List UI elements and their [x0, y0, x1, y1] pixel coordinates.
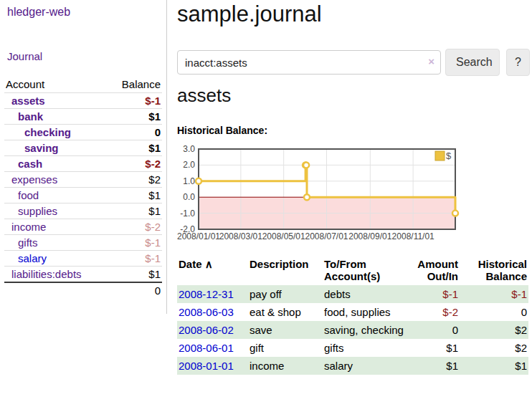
register-row[interactable]: 2008-12-31pay offdebts$-1$-1 [177, 285, 528, 303]
transaction-accounts: food, supplies [323, 303, 413, 321]
account-row: checking0 [4, 125, 162, 140]
transaction-accounts: salary [323, 357, 413, 375]
transaction-amount: $1 [413, 357, 460, 375]
accounts-total-spacer [4, 282, 108, 298]
sidebar-divider [166, 0, 167, 314]
svg-text:2008/09/01: 2008/09/01 [348, 231, 391, 241]
search-button[interactable]: Search [445, 49, 500, 76]
transaction-accounts: gifts [323, 339, 413, 357]
transaction-accounts: debts [323, 285, 413, 303]
account-row: gifts$-1 [4, 235, 162, 251]
account-heading: assets [177, 85, 231, 107]
transaction-accounts: saving, checking [323, 321, 413, 339]
account-link[interactable]: gifts [6, 236, 38, 249]
account-link[interactable]: food [6, 189, 39, 201]
account-link[interactable]: supplies [6, 205, 57, 217]
account-link[interactable]: salary [6, 252, 47, 264]
account-row: supplies$1 [4, 203, 162, 219]
account-link[interactable]: assets [6, 95, 45, 107]
svg-text:2008/03/01: 2008/03/01 [219, 231, 262, 241]
register-col-balance: Historical Balance [460, 257, 528, 285]
svg-text:$: $ [446, 150, 452, 161]
transaction-amount: 0 [413, 321, 460, 339]
transaction-date-link[interactable]: 2008-06-01 [179, 342, 234, 354]
sidebar-item-journal[interactable]: Journal [7, 50, 42, 62]
account-row: salary$-1 [4, 251, 162, 267]
transaction-balance: 0 [460, 303, 528, 321]
transaction-amount: $-1 [413, 285, 460, 303]
transaction-description: gift [248, 339, 323, 357]
register-row[interactable]: 2008-06-02savesaving, checking0$2 [177, 321, 528, 339]
account-link[interactable]: cash [6, 158, 42, 170]
account-balance: $1 [108, 140, 162, 156]
svg-text:2008/07/01: 2008/07/01 [305, 231, 348, 241]
register-header-row: Date ∧ Description To/From Account(s) Am… [177, 257, 528, 285]
transaction-description: save [248, 321, 323, 339]
account-link[interactable]: income [6, 221, 46, 233]
account-balance: $2 [108, 172, 162, 188]
account-balance: $-1 [108, 235, 162, 251]
register-table: Date ∧ Description To/From Account(s) Am… [177, 257, 528, 375]
register-col-description: Description [248, 257, 323, 285]
account-balance: $-2 [108, 156, 162, 172]
transaction-balance: $1 [460, 357, 528, 375]
transaction-amount: $-2 [413, 303, 460, 321]
search-form: × Search ? [177, 49, 532, 76]
sort-ascending-icon: ∧ [205, 258, 213, 270]
search-box: × [177, 50, 441, 75]
svg-text:2008/05/01: 2008/05/01 [262, 231, 305, 241]
account-balance: $1 [108, 109, 162, 125]
svg-text:2.0: 2.0 [183, 160, 195, 170]
svg-text:1.0: 1.0 [183, 176, 195, 186]
account-row: food$1 [4, 188, 162, 203]
transaction-date-link[interactable]: 2008-06-02 [179, 324, 234, 336]
account-balance: $1 [108, 267, 162, 283]
register-table-body: 2008-12-31pay offdebts$-1$-12008-06-03ea… [177, 285, 528, 375]
svg-text:3.0: 3.0 [183, 144, 195, 154]
account-row: assets$-1 [4, 93, 162, 109]
search-input[interactable] [177, 50, 441, 75]
transaction-balance: $-1 [460, 285, 528, 303]
chart-canvas: $3.02.01.00.0-1.0-2.02008/01/012008/03/0… [177, 143, 507, 244]
accounts-col-account: Account [4, 76, 108, 93]
svg-text:2008/11/01: 2008/11/01 [392, 231, 434, 241]
account-link[interactable]: saving [6, 142, 59, 154]
account-link[interactable]: checking [6, 126, 71, 138]
transaction-date-link[interactable]: 2008-01-01 [179, 360, 234, 372]
register-col-date[interactable]: Date ∧ [177, 257, 248, 285]
transaction-description: income [248, 357, 323, 375]
register-row[interactable]: 2008-06-01giftgifts$1$2 [177, 339, 528, 357]
transaction-description: pay off [248, 285, 323, 303]
transaction-amount: $1 [413, 339, 460, 357]
register-col-amount: Amount Out/In [413, 257, 460, 285]
register-col-accounts: To/From Account(s) [323, 257, 413, 285]
register-row[interactable]: 2008-01-01incomesalary$1$1 [177, 357, 528, 375]
account-balance: 0 [108, 125, 162, 140]
account-balance: $1 [108, 203, 162, 219]
register-col-date-label: Date [179, 258, 202, 270]
register-row[interactable]: 2008-06-03eat & shopfood, supplies$-20 [177, 303, 528, 321]
svg-text:0.0: 0.0 [183, 192, 195, 202]
chart-legend: $ [435, 150, 452, 161]
account-row: income$-2 [4, 219, 162, 235]
transaction-date-link[interactable]: 2008-06-03 [179, 306, 234, 318]
account-row: bank$1 [4, 109, 162, 125]
account-link[interactable]: liabilities:debts [6, 268, 82, 280]
help-button[interactable]: ? [506, 49, 530, 76]
account-row: saving$1 [4, 140, 162, 156]
accounts-table: Account Balance assets$-1bank$1checking0… [4, 76, 162, 298]
account-link[interactable]: bank [6, 110, 43, 123]
transaction-date-link[interactable]: 2008-12-31 [179, 288, 234, 300]
accounts-total-value: 0 [108, 282, 162, 298]
historical-balance-chart: $3.02.01.00.0-1.0-2.02008/01/012008/03/0… [177, 143, 507, 244]
account-table-body: assets$-1bank$1checking0saving$1cash$-2e… [4, 93, 162, 283]
clear-search-icon[interactable]: × [428, 56, 434, 67]
app-brand-link[interactable]: hledger-web [7, 6, 70, 19]
transaction-description: eat & shop [248, 303, 323, 321]
account-row: cash$-2 [4, 156, 162, 172]
page-title: sample.journal [177, 1, 322, 27]
account-balance: $-1 [108, 251, 162, 267]
account-link[interactable]: expenses [6, 173, 57, 186]
chart-title: Historical Balance: [177, 125, 267, 136]
accounts-total-row: 0 [4, 282, 162, 298]
